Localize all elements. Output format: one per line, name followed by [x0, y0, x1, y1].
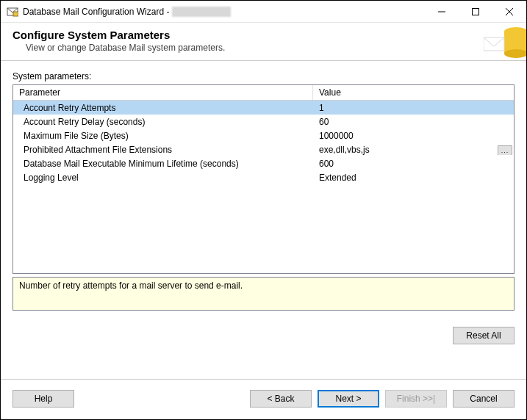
value-cell[interactable]: Extended — [313, 173, 514, 183]
column-header-parameter[interactable]: Parameter — [13, 85, 313, 100]
parameter-cell: Account Retry Delay (seconds) — [13, 117, 313, 127]
titlebar: Database Mail Configuration Wizard - — [1, 1, 526, 23]
parameter-description: Number of retry attempts for a mail serv… — [12, 277, 515, 311]
parameter-cell: Prohibited Attachment File Extensions — [13, 145, 313, 155]
wizard-footer: Help < Back Next > Finish >>| Cancel — [1, 380, 526, 419]
minimize-button[interactable] — [425, 1, 459, 22]
header-graphic — [484, 23, 526, 60]
value-cell[interactable]: exe,dll,vbs,js... — [313, 145, 514, 155]
page-title: Configure System Parameters — [12, 29, 515, 41]
page-subtitle: View or change Database Mail system para… — [26, 43, 515, 53]
table-row[interactable]: Logging LevelExtended — [13, 170, 514, 184]
next-button[interactable]: Next > — [318, 390, 379, 408]
back-button[interactable]: < Back — [250, 390, 312, 408]
parameter-cell: Maximum File Size (Bytes) — [13, 131, 313, 141]
value-cell[interactable]: 600 — [313, 159, 514, 169]
table-row[interactable]: Account Retry Delay (seconds)60 — [13, 115, 514, 128]
grid-body: Account Retry Attempts1Account Retry Del… — [13, 101, 514, 273]
value-cell[interactable]: 60 — [313, 117, 514, 127]
close-button[interactable] — [492, 1, 526, 22]
svg-rect-3 — [473, 8, 479, 15]
table-row[interactable]: Database Mail Executable Minimum Lifetim… — [13, 156, 514, 170]
finish-button: Finish >>| — [385, 390, 447, 408]
table-row[interactable]: Prohibited Attachment File Extensionsexe… — [13, 142, 514, 156]
app-icon — [7, 6, 18, 18]
parameter-cell: Account Retry Attempts — [13, 103, 313, 113]
svg-rect-1 — [13, 12, 18, 16]
svg-rect-9 — [484, 37, 504, 51]
window-title: Database Mail Configuration Wizard - — [23, 7, 169, 17]
column-header-value[interactable]: Value — [313, 85, 514, 100]
cancel-button[interactable]: Cancel — [453, 390, 515, 408]
window-title-redacted — [172, 7, 231, 17]
wizard-window: Database Mail Configuration Wizard - Con… — [0, 0, 527, 420]
reset-all-button[interactable]: Reset All — [453, 327, 515, 344]
parameters-grid[interactable]: Parameter Value Account Retry Attempts1A… — [12, 84, 515, 274]
window-controls — [425, 1, 526, 22]
ellipsis-button[interactable]: ... — [498, 145, 512, 155]
value-cell[interactable]: 1000000 — [313, 131, 514, 141]
content-area: System parameters: Parameter Value Accou… — [1, 61, 526, 361]
help-button[interactable]: Help — [12, 390, 74, 408]
grid-header: Parameter Value — [13, 85, 514, 101]
wizard-header: Configure System Parameters View or chan… — [1, 23, 526, 61]
system-parameters-label: System parameters: — [12, 71, 515, 82]
table-row[interactable]: Maximum File Size (Bytes)1000000 — [13, 128, 514, 142]
parameter-cell: Database Mail Executable Minimum Lifetim… — [13, 159, 313, 169]
table-row[interactable]: Account Retry Attempts1 — [13, 101, 514, 115]
maximize-button[interactable] — [459, 1, 492, 22]
parameter-cell: Logging Level — [13, 173, 313, 183]
value-cell[interactable]: 1 — [313, 103, 514, 113]
